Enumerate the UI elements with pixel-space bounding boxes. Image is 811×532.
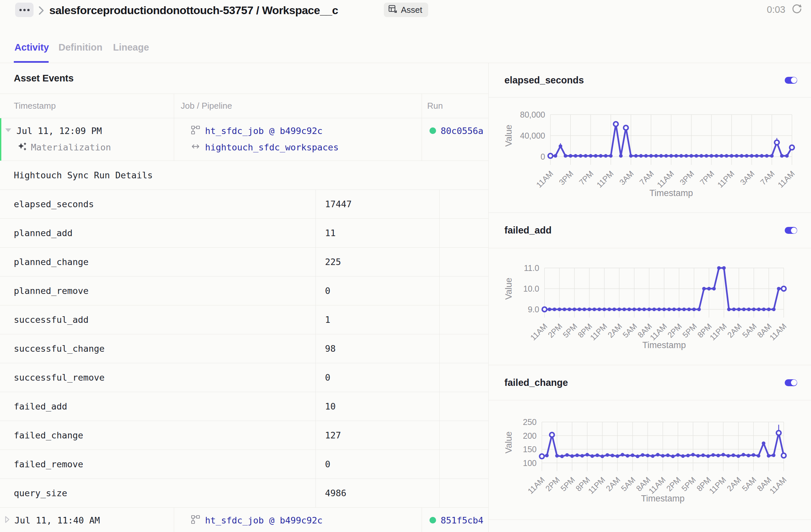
col-header-job-pipeline: Job / Pipeline [174,94,422,118]
detail-empty-cell [439,277,488,305]
metric-title: elapsed_seconds [504,75,584,86]
detail-empty-cell [439,363,488,392]
events-table-header: Timestamp Job / Pipeline Run [0,94,488,118]
run-id-link[interactable]: 851f5cb4 [441,515,484,526]
tab-activity[interactable]: Activity [14,42,49,53]
svg-text:11PM: 11PM [595,169,615,189]
detail-value: 0 [316,450,439,479]
sync-details-table: elapsed_seconds17447planned_add11planned… [0,190,488,508]
svg-text:2AM: 2AM [725,322,743,339]
svg-text:2PM: 2PM [665,475,683,493]
event-timestamp: Jul 11, 12:09 PM [16,126,102,136]
asset-badge: Asset [384,3,428,17]
job-link[interactable]: ht_sfdc_job @ b499c92c [205,126,323,136]
svg-text:3PM: 3PM [557,169,575,187]
detail-value: 4986 [316,479,439,507]
detail-empty-cell [439,306,488,334]
detail-empty-cell [439,248,488,276]
svg-text:7PM: 7PM [577,169,595,187]
metric-chart: 11.010.09.011AM2PM5PM8PM11PM2AM5AM8AM11A… [489,248,811,365]
metric-card-elapsed_seconds: elapsed_seconds80,00040,000011AM3PM7PM11… [489,63,811,213]
section-title: Asset Events [0,63,488,94]
detail-value: 225 [316,248,439,276]
svg-text:9.0: 9.0 [528,305,539,314]
svg-text:100: 100 [523,458,537,468]
event-timestamp: Jul 11, 11:40 AM [14,515,100,526]
asset-events-panel: Asset Events Timestamp Job / Pipeline Ru… [0,63,489,532]
svg-text:2AM: 2AM [725,475,743,493]
chevron-right-icon [38,5,45,17]
refresh-icon[interactable] [791,3,802,16]
refresh-timer: 0:03 [767,4,785,15]
header: salesforceproductiondonottouch-53757 / W… [0,0,811,32]
svg-text:10.0: 10.0 [523,284,539,293]
svg-text:2PM: 2PM [666,322,684,339]
svg-text:2AM: 2AM [604,475,622,493]
detail-key: planned_add [0,219,316,247]
svg-text:5PM: 5PM [561,322,579,339]
toggle-knob [791,380,797,386]
sparkles-icon [17,142,27,153]
detail-value: 127 [316,421,439,450]
run-id-link[interactable]: 80c0556a [441,126,484,136]
tab-bar: Activity Definition Lineage [0,33,811,63]
event-type-label: Materialization [31,142,111,152]
tab-lineage[interactable]: Lineage [113,42,149,53]
collapse-triangle-icon[interactable] [5,127,12,134]
detail-empty-cell [439,190,488,218]
metric-toggle[interactable] [785,379,797,386]
svg-text:Value: Value [504,124,514,146]
double-arrow-icon [190,143,200,151]
svg-text:7AM: 7AM [638,169,656,187]
col-header-timestamp: Timestamp [0,94,174,118]
detail-empty-cell [439,219,488,247]
detail-value: 1 [316,306,439,334]
expand-triangle-icon[interactable] [5,516,10,525]
svg-text:Value: Value [504,432,514,454]
detail-row: failed_add10 [0,392,488,421]
detail-row: successful_remove0 [0,363,488,392]
detail-value: 10 [316,392,439,421]
svg-text:11AM: 11AM [534,169,555,189]
metric-card-failed_add: failed_add11.010.09.011AM2PM5PM8PM11PM2A… [489,213,811,365]
detail-key: successful_remove [0,363,316,392]
svg-text:11AM: 11AM [526,475,546,496]
tab-definition[interactable]: Definition [59,42,103,53]
detail-key: query_size [0,479,316,507]
svg-text:11PM: 11PM [716,169,736,189]
svg-text:11PM: 11PM [586,475,607,496]
event-row[interactable]: Jul 11, 12:09 PM Materialization [0,118,488,161]
event-row[interactable]: Jul 11, 11:40 AM Materialization [0,508,488,532]
metric-toggle[interactable] [785,77,797,84]
svg-text:11AM: 11AM [768,322,788,342]
svg-text:11AM: 11AM [776,169,796,189]
detail-key: successful_add [0,306,316,334]
detail-empty-cell [439,334,488,363]
svg-text:3PM: 3PM [678,169,696,187]
svg-text:0: 0 [540,152,545,161]
svg-text:5PM: 5PM [681,322,699,339]
svg-text:3AM: 3AM [618,169,636,187]
svg-text:5AM: 5AM [740,475,758,493]
svg-text:5AM: 5AM [619,475,637,493]
metric-card-header: failed_add [489,213,811,248]
svg-text:Timestamp: Timestamp [641,494,685,503]
metric-title: failed_change [504,377,568,388]
detail-empty-cell [439,479,488,507]
detail-row: failed_change127 [0,421,488,450]
svg-text:5PM: 5PM [680,475,698,493]
detail-key: successful_change [0,334,316,363]
svg-text:3AM: 3AM [738,169,756,187]
metric-card-header: failed_change [489,365,811,400]
svg-text:5AM: 5AM [621,322,639,339]
detail-row: successful_change98 [0,334,488,363]
metric-chart: 25020015010011AM2PM5PM8PM11PM2AM5AM8AM11… [489,400,811,519]
metric-toggle[interactable] [785,227,797,234]
svg-text:11PM: 11PM [588,322,609,342]
breadcrumb-more-button[interactable] [15,3,33,17]
metric-card-header: elapsed_seconds [489,63,811,97]
metric-card-failed_change: failed_change25020015010011AM2PM5PM8PM11… [489,365,811,520]
job-link[interactable]: ht_sfdc_job @ b499c92c [205,515,323,526]
pipeline-link[interactable]: hightouch_sfdc_workspaces [205,142,338,152]
svg-text:2PM: 2PM [546,322,564,339]
